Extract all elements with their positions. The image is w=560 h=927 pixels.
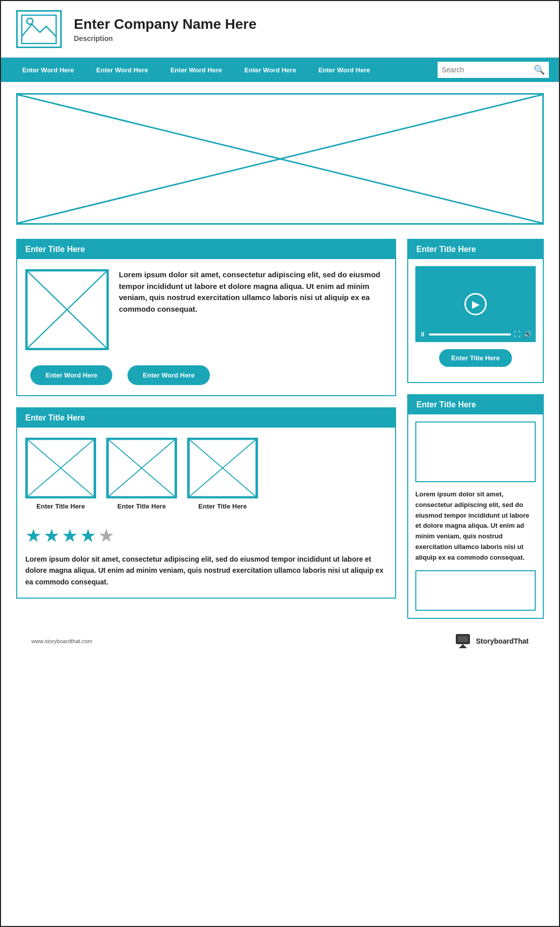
- main-content: Enter Title Here Lorem ipsum dolor sit a…: [1, 82, 559, 668]
- nav-item-5[interactable]: Enter Word Here: [307, 58, 381, 82]
- footer-brand: StoryboardThat: [456, 634, 529, 648]
- hero-banner: [16, 93, 544, 225]
- gallery-label-3: Enter Title Here: [198, 502, 247, 510]
- gallery-grid: Enter Title Here Enter Title Here: [17, 428, 395, 515]
- right-text-card-body: Lorem ipsum dolor sit amet, consectetur …: [408, 414, 543, 618]
- pause-icon[interactable]: ⏸: [419, 330, 426, 338]
- fullscreen-icon[interactable]: ⛶: [514, 330, 521, 338]
- storyboardthat-icon: [456, 634, 472, 648]
- star-3: ★: [62, 525, 78, 546]
- video-thumbnail: ▶ ⏸ ⛶ 🔊: [415, 266, 536, 342]
- footer: www.storyboardthat.com StoryboardThat: [16, 629, 544, 653]
- company-name: Enter Company Name Here: [74, 16, 256, 32]
- gallery-image-2: [106, 438, 177, 498]
- video-cta-button[interactable]: Enter Title Here: [439, 349, 512, 367]
- right-extra-box: [415, 570, 536, 611]
- footer-url: www.storyboardthat.com: [31, 638, 92, 644]
- progress-bar[interactable]: [429, 333, 511, 335]
- star-4: ★: [80, 525, 96, 546]
- volume-icon[interactable]: 🔊: [524, 330, 532, 338]
- svg-marker-19: [459, 644, 467, 648]
- play-button[interactable]: ▶: [464, 293, 487, 315]
- gallery-card-header: Enter Title Here: [17, 408, 395, 428]
- video-card: Enter Title Here ▶ ⏸ ⛶ 🔊 Enter Title Her…: [407, 239, 544, 383]
- feature-image: [25, 269, 109, 350]
- gallery-label-1: Enter Title Here: [36, 502, 85, 510]
- feature-card-header: Enter Title Here: [17, 240, 395, 259]
- nav-item-3[interactable]: Enter Word Here: [159, 58, 233, 82]
- gallery-item-2: Enter Title Here: [106, 438, 177, 510]
- video-btn-container: Enter Title Here: [415, 349, 536, 375]
- left-column: Enter Title Here Lorem ipsum dolor sit a…: [16, 239, 396, 599]
- feature-top: Lorem ipsum dolor sit amet, consectetur …: [25, 269, 387, 350]
- star-2: ★: [44, 525, 60, 546]
- review-text: Lorem ipsum dolor sit amet, consectetur …: [25, 554, 387, 587]
- search-box[interactable]: 🔍: [438, 62, 549, 78]
- right-text-card: Enter Title Here Lorem ipsum dolor sit a…: [407, 394, 544, 619]
- search-icon[interactable]: 🔍: [534, 64, 545, 75]
- right-column: Enter Title Here ▶ ⏸ ⛶ 🔊 Enter Title Her…: [407, 239, 544, 619]
- right-text-card-header: Enter Title Here: [408, 395, 543, 414]
- video-controls: ⏸ ⛶ 🔊: [419, 330, 532, 338]
- star-1: ★: [25, 525, 41, 546]
- svg-rect-18: [458, 636, 468, 642]
- feature-btn-2[interactable]: Enter Word Here: [127, 365, 209, 385]
- star-rating: ★ ★ ★ ★ ★: [25, 525, 387, 546]
- star-5: ★: [98, 525, 114, 546]
- feature-card-body: Lorem ipsum dolor sit amet, consectetur …: [17, 259, 395, 395]
- feature-btn-row: Enter Word Here Enter Word Here: [25, 365, 215, 385]
- gallery-card: Enter Title Here Enter Title Here: [16, 407, 396, 599]
- nav-items: Enter Word Here Enter Word Here Enter Wo…: [11, 58, 438, 82]
- nav-item-4[interactable]: Enter Word Here: [233, 58, 307, 82]
- gallery-label-2: Enter Title Here: [117, 502, 166, 510]
- feature-card: Enter Title Here Lorem ipsum dolor sit a…: [16, 239, 396, 396]
- nav-item-2[interactable]: Enter Word Here: [85, 58, 159, 82]
- search-input[interactable]: [442, 66, 534, 74]
- video-card-header: Enter Title Here: [408, 240, 543, 259]
- gallery-image-3: [187, 438, 258, 498]
- company-logo: [16, 10, 62, 48]
- right-card-text: Lorem ipsum dolor sit amet, consectetur …: [415, 489, 536, 563]
- gallery-image-1: [25, 438, 96, 498]
- feature-btn-1[interactable]: Enter Word Here: [30, 365, 112, 385]
- right-empty-box: [415, 422, 536, 482]
- video-card-body: ▶ ⏸ ⛶ 🔊 Enter Title Here: [408, 259, 543, 382]
- navbar: Enter Word Here Enter Word Here Enter Wo…: [1, 58, 559, 82]
- header-text: Enter Company Name Here Description: [74, 16, 256, 43]
- feature-text: Lorem ipsum dolor sit amet, consectetur …: [119, 269, 387, 315]
- gallery-item-3: Enter Title Here: [187, 438, 258, 510]
- review-section: ★ ★ ★ ★ ★ Lorem ipsum dolor sit amet, co…: [17, 515, 395, 598]
- footer-brand-name: StoryboardThat: [476, 637, 529, 645]
- svg-point-1: [27, 18, 33, 24]
- header: Enter Company Name Here Description: [1, 1, 559, 58]
- company-description: Description: [74, 34, 256, 43]
- nav-item-1[interactable]: Enter Word Here: [11, 58, 85, 82]
- gallery-item-1: Enter Title Here: [25, 438, 96, 510]
- two-col-layout: Enter Title Here Lorem ipsum dolor sit a…: [16, 239, 544, 619]
